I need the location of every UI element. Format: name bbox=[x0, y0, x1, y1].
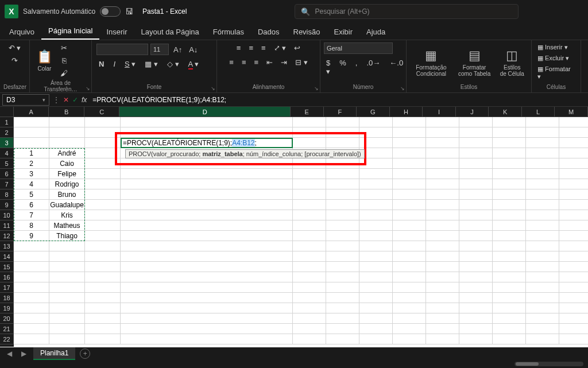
cell-A5[interactable]: 2 bbox=[14, 158, 49, 169]
number-format-select[interactable] bbox=[324, 42, 393, 54]
cell-d3-editing[interactable]: =PROCV(ALEATÓRIOENTRE(1;9);A4:B12; bbox=[121, 138, 293, 148]
cell-K13[interactable] bbox=[493, 241, 526, 251]
col-header-d[interactable]: D bbox=[119, 107, 291, 117]
cell-A15[interactable] bbox=[14, 262, 49, 272]
cell-I3[interactable] bbox=[426, 138, 459, 148]
cell-D5[interactable] bbox=[121, 158, 293, 169]
delete-cells-button[interactable]: ▦ Excluir ▾ bbox=[535, 53, 571, 63]
spreadsheet-grid[interactable]: A B C D E F G H I J K L M 12345678910111… bbox=[0, 107, 588, 350]
cell-E10[interactable] bbox=[293, 210, 326, 220]
row-header-4[interactable]: 4 bbox=[0, 148, 14, 158]
cell-B5[interactable]: Caio bbox=[49, 158, 85, 169]
italic-button[interactable]: I bbox=[111, 59, 118, 69]
cell-L19[interactable] bbox=[526, 303, 559, 313]
cell-I18[interactable] bbox=[426, 293, 459, 303]
row-header-22[interactable]: 22 bbox=[0, 334, 14, 344]
cell-E19[interactable] bbox=[293, 303, 326, 313]
add-sheet-button[interactable]: + bbox=[80, 348, 90, 359]
cell-I19[interactable] bbox=[426, 303, 459, 313]
cell-F5[interactable] bbox=[326, 158, 359, 169]
cell-J15[interactable] bbox=[459, 262, 493, 272]
cell-E17[interactable] bbox=[293, 282, 326, 293]
cell-C6[interactable] bbox=[85, 169, 121, 179]
cell-A8[interactable]: 5 bbox=[14, 189, 49, 200]
name-box[interactable]: D3 ▾ bbox=[2, 94, 49, 106]
row-header-21[interactable]: 21 bbox=[0, 324, 14, 334]
cell-B4[interactable]: André bbox=[49, 148, 85, 158]
cell-A6[interactable]: 3 bbox=[14, 169, 49, 179]
save-icon[interactable]: 🖫 bbox=[125, 7, 133, 16]
cell-M4[interactable] bbox=[559, 148, 588, 158]
cell-M22[interactable] bbox=[559, 334, 588, 344]
cell-J18[interactable] bbox=[459, 293, 493, 303]
cell-C18[interactable] bbox=[85, 293, 121, 303]
cell-L18[interactable] bbox=[526, 293, 559, 303]
cell-G14[interactable] bbox=[359, 251, 393, 262]
cell-A2[interactable] bbox=[14, 127, 49, 138]
cell-C5[interactable] bbox=[85, 158, 121, 169]
cells-area[interactable]: 1André2Caio3Felipe4Rodrigo5Bruno6Guadalu… bbox=[14, 117, 588, 347]
cell-E22[interactable] bbox=[293, 334, 326, 344]
cut-button[interactable]: ✂ bbox=[59, 42, 69, 53]
formula-tooltip[interactable]: PROCV(valor_procurado; matriz_tabela; nú… bbox=[125, 149, 365, 158]
underline-button[interactable]: S ▾ bbox=[122, 59, 138, 69]
cell-E9[interactable] bbox=[293, 200, 326, 210]
cell-B20[interactable] bbox=[49, 313, 85, 324]
cell-G20[interactable] bbox=[359, 313, 393, 324]
borders-button[interactable]: ▦ ▾ bbox=[142, 59, 160, 69]
cell-M19[interactable] bbox=[559, 303, 588, 313]
sheet-nav-next[interactable]: ▶ bbox=[19, 350, 29, 358]
cell-K22[interactable] bbox=[493, 334, 526, 344]
cell-G2[interactable] bbox=[359, 127, 393, 138]
cell-B9[interactable]: Guadalupe bbox=[49, 200, 85, 210]
cell-C11[interactable] bbox=[85, 220, 121, 231]
cell-J16[interactable] bbox=[459, 272, 493, 282]
cell-B1[interactable] bbox=[49, 117, 85, 127]
cell-H5[interactable] bbox=[393, 158, 426, 169]
cell-A1[interactable] bbox=[14, 117, 49, 127]
col-header-b[interactable]: B bbox=[49, 107, 84, 117]
cell-D18[interactable] bbox=[121, 293, 293, 303]
merge-button[interactable]: ⊟ ▾ bbox=[293, 57, 310, 68]
align-dialog-launcher[interactable]: ↘ bbox=[314, 86, 319, 91]
cell-M5[interactable] bbox=[559, 158, 588, 169]
cell-I1[interactable] bbox=[426, 117, 459, 127]
cell-J20[interactable] bbox=[459, 313, 493, 324]
row-header-9[interactable]: 9 bbox=[0, 200, 14, 210]
tab-revisao[interactable]: Revisão bbox=[287, 24, 327, 40]
cell-H2[interactable] bbox=[393, 127, 426, 138]
cell-I2[interactable] bbox=[426, 127, 459, 138]
cell-L17[interactable] bbox=[526, 282, 559, 293]
comma-style-button[interactable]: , bbox=[353, 57, 360, 77]
decrease-decimal-button[interactable]: ←.0 bbox=[387, 57, 405, 77]
orientation-button[interactable]: ⤢ ▾ bbox=[272, 42, 289, 53]
row-header-17[interactable]: 17 bbox=[0, 282, 14, 293]
cell-B3[interactable] bbox=[49, 138, 85, 148]
cell-C16[interactable] bbox=[85, 272, 121, 282]
cell-B10[interactable]: Kris bbox=[49, 210, 85, 220]
cell-H18[interactable] bbox=[393, 293, 426, 303]
redo-button[interactable]: ↷ bbox=[9, 55, 20, 66]
cell-M3[interactable] bbox=[559, 138, 588, 148]
cell-F16[interactable] bbox=[326, 272, 359, 282]
cell-A20[interactable] bbox=[14, 313, 49, 324]
cell-A22[interactable] bbox=[14, 334, 49, 344]
select-all-corner[interactable] bbox=[0, 107, 14, 117]
tab-arquivo[interactable]: Arquivo bbox=[2, 24, 41, 40]
cell-I7[interactable] bbox=[426, 179, 459, 189]
cell-C20[interactable] bbox=[85, 313, 121, 324]
cell-A17[interactable] bbox=[14, 282, 49, 293]
cell-F8[interactable] bbox=[326, 189, 359, 200]
cell-H7[interactable] bbox=[393, 179, 426, 189]
cell-B16[interactable] bbox=[49, 272, 85, 282]
row-header-10[interactable]: 10 bbox=[0, 210, 14, 220]
cell-A14[interactable] bbox=[14, 251, 49, 262]
cell-K19[interactable] bbox=[493, 303, 526, 313]
cell-F12[interactable] bbox=[326, 231, 359, 241]
col-header-h[interactable]: H bbox=[390, 107, 423, 117]
cell-F21[interactable] bbox=[326, 324, 359, 334]
cell-K6[interactable] bbox=[493, 169, 526, 179]
cell-H9[interactable] bbox=[393, 200, 426, 210]
cell-C1[interactable] bbox=[85, 117, 121, 127]
percent-button[interactable]: % bbox=[337, 57, 349, 77]
